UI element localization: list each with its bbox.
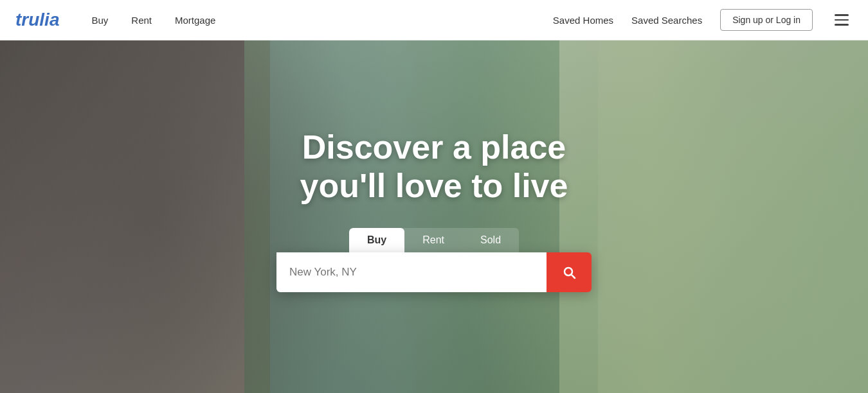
- hero-title-line2: you'll love to live: [300, 167, 568, 204]
- main-nav: Buy Rent Mortgage: [80, 0, 227, 40]
- saved-homes-link[interactable]: Saved Homes: [553, 15, 613, 26]
- search-button[interactable]: [547, 252, 592, 292]
- tab-rent[interactable]: Rent: [404, 228, 462, 252]
- nav-right: Saved Homes Saved Searches Sign up or Lo…: [553, 9, 853, 31]
- logo[interactable]: trulia: [15, 10, 59, 30]
- menu-icon[interactable]: [831, 10, 853, 30]
- search-box: [276, 252, 592, 292]
- nav-buy[interactable]: Buy: [80, 0, 120, 40]
- hero-title-line1: Discover a place: [302, 128, 566, 166]
- search-icon: [561, 265, 577, 280]
- header: trulia Buy Rent Mortgage Saved Homes Sav…: [0, 0, 868, 40]
- tab-buy[interactable]: Buy: [349, 228, 404, 252]
- nav-rent[interactable]: Rent: [120, 0, 163, 40]
- logo-text: trulia: [15, 10, 59, 30]
- hero-title: Discover a place you'll love to live: [300, 128, 568, 205]
- saved-searches-link[interactable]: Saved Searches: [631, 15, 702, 26]
- signup-login-button[interactable]: Sign up or Log in: [720, 9, 813, 31]
- search-input[interactable]: [276, 252, 547, 292]
- nav-mortgage[interactable]: Mortgage: [163, 0, 227, 40]
- hero-content: Discover a place you'll love to live Buy…: [0, 40, 868, 393]
- hero-section: Discover a place you'll love to live Buy…: [0, 40, 868, 393]
- tab-sold[interactable]: Sold: [462, 228, 519, 252]
- search-tabs: Buy Rent Sold: [349, 228, 519, 252]
